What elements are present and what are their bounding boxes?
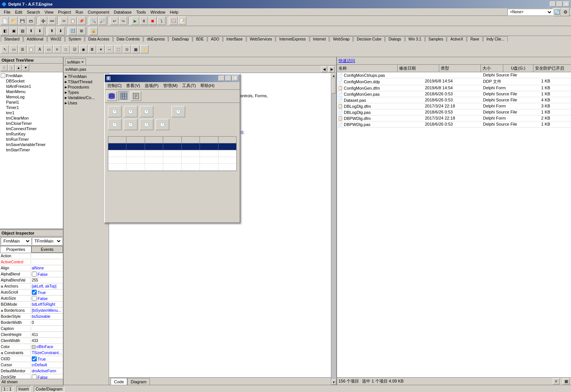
tb-create-template[interactable]: ⊞ (77, 27, 86, 35)
tb-bring-front[interactable]: ⬆ (48, 27, 56, 35)
dialog-icon-5[interactable]: 🕐 (172, 106, 185, 117)
palette-comp-panel[interactable]: ▦ (131, 45, 140, 53)
toolbar-btn-refresh[interactable]: 🔄 (553, 8, 561, 16)
palette-comp-button[interactable]: □ (62, 45, 70, 53)
dialog-menu-help[interactable]: 帮助(H) (198, 82, 217, 89)
palette-comp-popupmenu[interactable]: 📋 (27, 45, 35, 53)
dialog-tb-edit[interactable] (131, 91, 141, 101)
dialog-icon-9[interactable]: 🕐 (156, 119, 169, 130)
tree-item-tmr1[interactable]: tmr1 (1, 110, 62, 115)
dialog-menu-tools[interactable]: 工具(T) (180, 82, 198, 89)
tree-item-dbsocket[interactable]: DBSocket (1, 78, 62, 84)
dialog-grid-row5[interactable] (108, 164, 236, 171)
tb-forms[interactable]: 🪟 (169, 17, 178, 25)
tree-item-tmconnecttimer[interactable]: tmConnectTimer (1, 126, 62, 131)
tb-remove[interactable]: ➖ (48, 17, 56, 25)
dialog-menu-options[interactable]: 选项(P) (142, 82, 161, 89)
editor-tree-item-types[interactable]: ▶ Types (64, 90, 108, 95)
palette-tab-interbase[interactable]: InterBase (223, 36, 246, 42)
tree-item-frmmain[interactable]: - FrmMain (1, 73, 62, 78)
dialog-minimize-btn[interactable]: ─ (218, 76, 225, 81)
menu-file[interactable]: File (2, 9, 13, 15)
tb-new[interactable]: 📄 (1, 17, 9, 25)
dialog-icon-6[interactable]: 🕐 (108, 119, 122, 130)
palette-comp-memo[interactable]: ≡ (53, 45, 61, 53)
dialog-maximize-btn[interactable]: □ (225, 76, 231, 81)
palette-comp-radiogroup[interactable]: ⊙ (123, 45, 131, 53)
dialog-grid-row3[interactable] (108, 150, 236, 157)
tb-stop[interactable]: ⏹ (148, 17, 157, 25)
scroll-up-btn[interactable]: ▲ (331, 73, 336, 78)
obj-tab-properties[interactable]: Properties (0, 246, 31, 253)
palette-comp-combobox[interactable]: ▾ (97, 45, 105, 53)
dialog-close-btn[interactable]: ✕ (232, 76, 238, 81)
tree-item-tmclearmon[interactable]: tmClearMon (1, 115, 62, 121)
quick-access-link[interactable]: 快速访问 (339, 58, 355, 64)
palette-tab-dataaccess[interactable]: Data Access (85, 36, 113, 42)
tree-item-tmsavevariabletimer[interactable]: tmSaveVariableTimer (1, 142, 62, 147)
tb-align-top[interactable]: ⬆ (27, 27, 35, 35)
tb-replace[interactable]: 🔎 (98, 17, 106, 25)
palette-tab-internet[interactable]: Internet (310, 36, 329, 42)
tb-send-back[interactable]: ⬇ (56, 27, 65, 35)
palette-tab-indyclie[interactable]: Indy Clie... (483, 36, 508, 42)
palette-comp-edit[interactable]: ▭ (44, 45, 53, 53)
palette-tab-datacontrols[interactable]: Data Controls (113, 36, 143, 42)
file-row-configmongenddp[interactable]: 📄 ConfigMonGen.ddp 2019/6/8 14:54 DDP 文件… (337, 78, 571, 85)
tree-item-idantifreeze1[interactable]: IdAntFreeze1 (1, 84, 62, 89)
close-button[interactable]: ✕ (563, 2, 569, 7)
editor-tree-item-uses[interactable]: ▶ Uses (64, 100, 108, 106)
editor-tree-item-procedures[interactable]: ▶ Procedures (64, 84, 108, 90)
autosize-checkbox[interactable] (32, 296, 37, 301)
palette-comp-scrollbar[interactable]: ↔ (105, 45, 114, 53)
tree-btn3[interactable]: ▲ (15, 64, 22, 71)
menu-search[interactable]: Search (25, 9, 42, 15)
tree-btn2[interactable]: ↓ (8, 64, 15, 71)
dialog-menu-manage[interactable]: 管理(M) (161, 82, 180, 89)
toolbar-combo[interactable]: <None> (507, 9, 553, 16)
tree-btn1[interactable]: ↑ (1, 64, 8, 71)
tb-save-all[interactable]: 🗃 (27, 17, 35, 25)
palette-tab-win31[interactable]: Win 3.1 (405, 36, 425, 42)
tree-item-tmclosetimer[interactable]: tmCloseTimer (1, 121, 62, 126)
tree-item-tmstarttimer[interactable]: tmStartTimer (1, 147, 62, 152)
dialog-tb-grid[interactable] (119, 91, 129, 101)
menu-window[interactable]: Window (148, 9, 167, 15)
file-row-configmongenpas[interactable]: 📄 ConfigMonGen.pas 2018/6/26 0:53 Delphi… (337, 91, 571, 97)
expand-frmmain[interactable]: - (1, 73, 5, 78)
tree-item-tmruntimer[interactable]: tmRunTimer (1, 137, 62, 142)
view-list-btn[interactable]: ≡ (553, 378, 560, 384)
tb-align-bottom[interactable]: ⬇ (36, 27, 44, 35)
tb-copy[interactable]: 📋 (69, 17, 77, 25)
tb-open[interactable]: 📂 (9, 17, 18, 25)
tb-save[interactable]: 💾 (18, 17, 27, 25)
menu-database[interactable]: Database (112, 9, 134, 15)
palette-tab-samples[interactable]: Samples (425, 36, 447, 42)
palette-tab-dialogs[interactable]: Dialogs (385, 36, 404, 42)
palette-comp-mainmenu[interactable]: ☰ (18, 45, 27, 53)
palette-tab-internetexpress[interactable]: InternetExpress (276, 36, 309, 42)
palette-comp-label[interactable]: A (36, 45, 44, 53)
dialog-icon-8[interactable]: 🕐 (140, 119, 153, 130)
palette-tab-datasnap[interactable]: DataSnap (168, 36, 192, 42)
nav-prev-btn[interactable]: ◀ (321, 66, 327, 72)
alphablend-checkbox[interactable] (32, 272, 37, 277)
palette-tab-activex[interactable]: ActiveX (447, 36, 466, 42)
palette-comp-pointer[interactable]: ↖ (1, 45, 9, 53)
tb-align-right[interactable]: ▧ (18, 27, 27, 35)
editor-tree-item-startthread[interactable]: ▶ TStartThread (64, 79, 108, 84)
tb-step[interactable]: ⤵ (157, 17, 165, 25)
palette-comp-actionlist[interactable]: ⚡ (140, 45, 148, 53)
palette-tab-additional[interactable]: Additional (23, 36, 47, 42)
scroll-down-btn[interactable]: ▼ (331, 380, 336, 385)
palette-tab-rave[interactable]: Rave (467, 36, 482, 42)
tb-align-left[interactable]: ◧ (1, 27, 9, 35)
tb-paste[interactable]: 📌 (77, 17, 86, 25)
menu-help[interactable]: Help (167, 9, 181, 15)
file-row-dbpwdlgdfm[interactable]: 📋 DBPWDlg.dfm 2017/3/24 22:18 Delphi For… (337, 115, 571, 121)
dialog-icon-7[interactable]: 🕐 (124, 119, 137, 130)
tree-item-panel1[interactable]: Panel1 (1, 100, 62, 105)
palette-tab-decisioncube[interactable]: Decision Cube (353, 36, 385, 42)
palette-tab-websnap[interactable]: WebSnap (329, 36, 353, 42)
dialog-icon-3[interactable]: 🕐 (140, 106, 153, 117)
